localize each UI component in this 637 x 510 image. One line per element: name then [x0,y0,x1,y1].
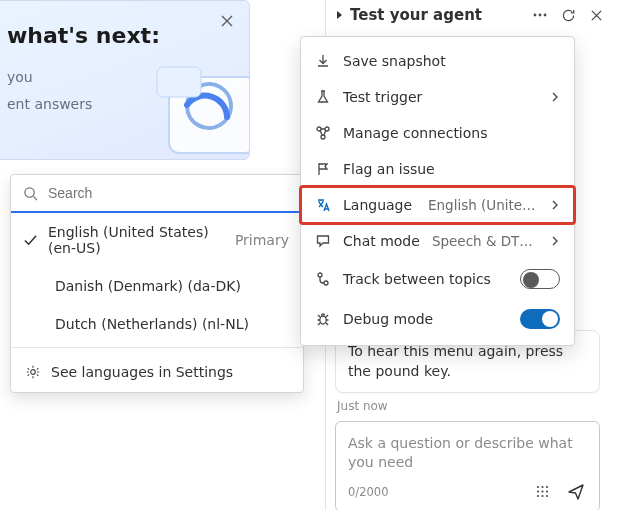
panel-title: Test your agent [350,6,523,24]
connections-icon [315,125,331,141]
svg-point-3 [31,370,36,375]
menu-test-trigger[interactable]: Test trigger [301,79,574,115]
divider [11,347,303,348]
svg-point-19 [536,495,538,497]
language-option-label: English (United States) (en-US) [48,224,221,256]
track-icon [315,271,331,287]
search-icon [23,186,38,201]
more-button[interactable] [529,4,551,26]
language-flyout: English (United States) (en-US) Primary … [10,174,304,393]
menu-flag-issue[interactable]: Flag an issue [301,151,574,187]
svg-point-2 [25,187,34,196]
language-search-input[interactable] [46,184,291,202]
flag-icon [315,161,331,177]
svg-point-13 [536,486,538,488]
checkmark-icon [23,233,38,248]
see-languages-settings[interactable]: See languages in Settings [11,352,303,392]
svg-point-5 [539,14,542,17]
language-icon [315,197,331,213]
language-option-label: Dutch (Netherlands) (nl-NL) [55,316,249,332]
debug-toggle[interactable] [520,309,560,329]
chat-input-placeholder: Ask a question or describe what you need [348,434,587,473]
menu-label: Save snapshot [343,53,560,69]
language-option-nl-nl[interactable]: Dutch (Netherlands) (nl-NL) [11,305,303,343]
gear-icon [25,364,41,380]
svg-point-18 [545,491,547,493]
menu-label: Flag an issue [343,161,560,177]
language-option-en-us[interactable]: English (United States) (en-US) Primary [11,213,303,267]
svg-point-21 [545,495,547,497]
language-option-label: Danish (Denmark) (da-DK) [55,278,241,294]
menu-label: Language [343,197,416,213]
svg-point-12 [320,316,326,324]
track-toggle[interactable] [520,269,560,289]
close-panel-button[interactable] [585,4,607,26]
panel-header: Test your agent [326,0,615,32]
chat-icon [315,233,331,249]
send-button[interactable] [565,481,587,503]
panel-overflow-menu: Save snapshot Test trigger Manage connec… [300,36,575,346]
svg-point-8 [325,127,329,131]
menu-chat-mode[interactable]: Chat mode Speech & DTMF [301,223,574,259]
language-search-row [11,175,303,213]
svg-point-11 [324,281,328,285]
svg-point-4 [534,14,537,17]
char-count: 0/2000 [348,485,388,499]
welcome-title: what's next: [7,23,229,48]
svg-point-10 [318,273,322,277]
collapse-caret-icon[interactable] [334,10,344,20]
menu-current-language: English (United … [428,197,538,213]
language-primary-badge: Primary [235,232,289,248]
language-option-da-dk[interactable]: Danish (Denmark) (da-DK) [11,267,303,305]
svg-point-17 [541,491,543,493]
svg-point-9 [321,135,325,139]
svg-point-16 [536,491,538,493]
bot-message-text: To hear this menu again, press the pound… [348,343,563,379]
svg-point-15 [545,486,547,488]
close-button[interactable] [215,9,239,33]
menu-track-between-topics[interactable]: Track between topics [301,259,574,299]
menu-save-snapshot[interactable]: Save snapshot [301,43,574,79]
menu-label: Track between topics [343,271,508,287]
flask-icon [315,89,331,105]
menu-current-chat-mode: Speech & DTMF [432,233,538,249]
chevron-right-icon [550,91,560,103]
welcome-illustration [151,59,250,160]
menu-debug-mode[interactable]: Debug mode [301,299,574,339]
menu-label: Chat mode [343,233,420,249]
svg-point-7 [317,127,321,131]
svg-point-20 [541,495,543,497]
svg-point-6 [544,14,547,17]
message-timestamp: Just now [337,399,598,413]
menu-label: Debug mode [343,311,508,327]
menu-label: Manage connections [343,125,560,141]
see-languages-label: See languages in Settings [51,364,233,380]
chevron-right-icon [550,199,560,211]
menu-manage-connections[interactable]: Manage connections [301,115,574,151]
chat-area: To hear this menu again, press the pound… [335,330,600,510]
download-icon [315,53,331,69]
menu-label: Test trigger [343,89,538,105]
chevron-right-icon [550,235,560,247]
welcome-card: what's next: you ent answers [0,0,250,160]
bug-icon [315,311,331,327]
menu-language[interactable]: Language English (United … [301,187,574,223]
chat-input[interactable]: Ask a question or describe what you need… [335,421,600,510]
keypad-button[interactable] [531,481,553,503]
svg-point-14 [541,486,543,488]
svg-rect-1 [157,67,201,97]
refresh-button[interactable] [557,4,579,26]
